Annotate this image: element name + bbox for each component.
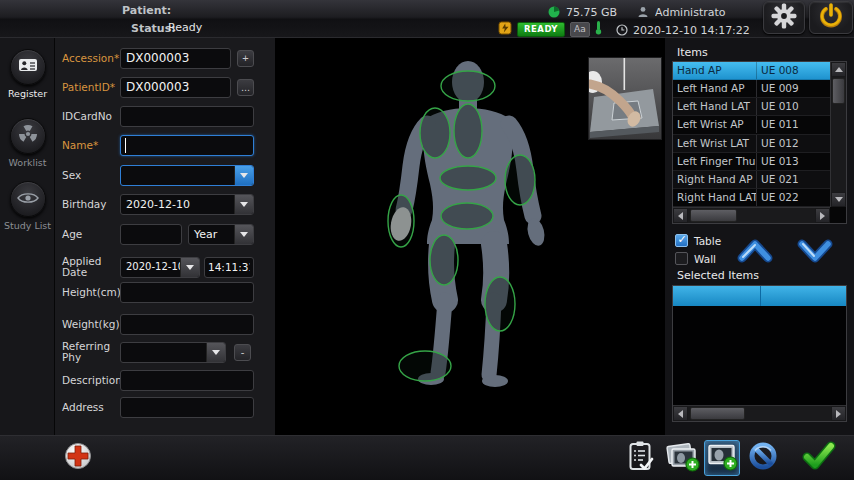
items-list-row[interactable]: Left Hand LAT UE 010 — [673, 98, 830, 116]
wall-checkbox-row[interactable]: Wall — [675, 252, 716, 265]
height-input[interactable] — [120, 282, 254, 303]
scroll-left-button[interactable] — [673, 406, 688, 421]
age-unit-select[interactable]: Year — [188, 224, 254, 245]
confirm-button[interactable] — [801, 440, 837, 476]
move-up-button[interactable] — [737, 238, 773, 268]
emergency-patient-button[interactable] — [60, 440, 96, 476]
selected-items-body[interactable] — [673, 306, 846, 405]
referring-phy-edit-button[interactable]: - — [234, 344, 251, 361]
region-right-shoulder[interactable] — [420, 108, 450, 158]
table-checkbox-row[interactable]: Table — [675, 234, 721, 247]
referring-phy-select[interactable] — [120, 342, 226, 363]
sidebar-item-register[interactable]: Register — [0, 49, 55, 99]
chevron-down-icon — [186, 265, 194, 270]
id-card-input[interactable] — [120, 106, 254, 127]
add-study-images-button[interactable] — [664, 440, 700, 476]
patient-label: Patient: — [122, 4, 171, 17]
photo-plus-icon — [706, 441, 738, 475]
app-window: Patient: Status: Ready 75.75 GB Administ… — [0, 0, 854, 480]
applied-date-select[interactable]: 2020-12-10 — [120, 257, 200, 278]
patient-id-browse-button[interactable]: ... — [237, 79, 254, 96]
items-horizontal-scrollbar[interactable] — [673, 207, 830, 223]
thermometer-icon — [595, 20, 602, 39]
move-down-button[interactable] — [797, 238, 833, 268]
weight-input[interactable] — [120, 314, 254, 335]
sex-select[interactable] — [120, 165, 254, 186]
wall-checkbox[interactable] — [675, 252, 688, 265]
items-list-rows: Hand AP UE 008 Left Hand AP UE 009 Left … — [673, 62, 830, 207]
applied-date-dropdown-button[interactable] — [180, 258, 199, 277]
scroll-left-button[interactable] — [673, 208, 688, 223]
age-input[interactable] — [120, 224, 182, 245]
body-part-selector — [275, 38, 665, 435]
sidebar-item-worklist[interactable]: Worklist — [0, 118, 55, 168]
region-right-thigh[interactable] — [430, 235, 458, 285]
selected-items-col1-header — [673, 286, 761, 306]
form-row-applied-date: Applied Date 2020-12-10 — [62, 256, 254, 278]
horizontal-scroll-thumb[interactable] — [690, 209, 737, 222]
triangle-left-icon — [678, 212, 683, 220]
item-code: UE 008 — [756, 62, 830, 79]
eye-icon — [17, 190, 39, 209]
items-list-row[interactable]: Right Hand LAT UE 022 — [673, 189, 830, 207]
height-label: Height(cm) — [62, 287, 120, 298]
study-details-button[interactable] — [622, 440, 658, 476]
form-row-id-card: IDCardNo — [62, 105, 254, 127]
ready-badge: READY — [517, 22, 565, 37]
age-unit-dropdown-button[interactable] — [234, 225, 253, 244]
item-name: Left Wrist LAT — [673, 135, 756, 152]
birthday-select[interactable]: 2020-12-10 — [120, 194, 254, 215]
region-head[interactable] — [441, 71, 495, 101]
items-list-row[interactable]: Right Hand AP UE 021 — [673, 171, 830, 189]
item-code: UE 010 — [756, 98, 830, 115]
power-button[interactable] — [809, 1, 853, 34]
region-abdomen[interactable] — [440, 166, 496, 190]
region-right-hand[interactable] — [388, 195, 414, 247]
items-list-row[interactable]: Left Wrist LAT UE 012 — [673, 135, 830, 153]
items-list-row[interactable]: Left Wrist AP UE 011 — [673, 116, 830, 134]
items-list-row[interactable]: Left Finger Thumb UE 013 — [673, 153, 830, 171]
region-left-knee[interactable] — [485, 277, 515, 331]
settings-button[interactable] — [763, 1, 805, 34]
scroll-right-button[interactable] — [815, 208, 830, 223]
name-input[interactable] — [120, 135, 254, 156]
address-input[interactable] — [120, 397, 254, 418]
add-image-button[interactable] — [704, 440, 740, 476]
items-list-row[interactable]: Left Hand AP UE 009 — [673, 80, 830, 98]
region-chest[interactable] — [454, 104, 482, 158]
accession-label: Accession* — [62, 53, 120, 64]
patient-id-input[interactable] — [120, 77, 231, 98]
scroll-up-button[interactable] — [831, 62, 846, 77]
sidebar-item-label: Worklist — [0, 157, 55, 168]
description-input[interactable] — [120, 370, 254, 391]
generator-icon — [498, 20, 512, 39]
cancel-button[interactable] — [745, 440, 781, 476]
triangle-right-icon — [836, 410, 841, 418]
table-checkbox[interactable] — [675, 234, 688, 247]
sex-dropdown-button[interactable] — [234, 166, 253, 185]
chevron-up-icon — [737, 249, 773, 268]
form-row-height: Height(cm) — [62, 281, 254, 303]
item-name: Left Hand LAT — [673, 98, 756, 115]
form-row-referring-phy: Referring Phy - — [62, 341, 254, 363]
scroll-down-button[interactable] — [831, 192, 846, 207]
device-status-row: READY Aa — [498, 20, 602, 39]
sidebar-item-study-list[interactable]: Study List — [0, 181, 55, 231]
vertical-scroll-thumb[interactable] — [832, 78, 845, 104]
accession-input[interactable] — [120, 48, 231, 69]
applied-time-input[interactable] — [204, 257, 254, 278]
birthday-dropdown-button[interactable] — [234, 195, 253, 214]
region-pelvis[interactable] — [441, 203, 493, 229]
form-row-address: Address — [62, 396, 254, 418]
items-vertical-scrollbar[interactable] — [830, 62, 846, 207]
horizontal-scroll-thumb[interactable] — [690, 407, 745, 420]
accession-add-button[interactable]: + — [237, 50, 254, 67]
scroll-right-button[interactable] — [831, 406, 846, 421]
item-code: UE 009 — [756, 80, 830, 97]
region-right-foot[interactable] — [399, 351, 451, 381]
selected-items-horizontal-scrollbar[interactable] — [673, 405, 846, 421]
referring-phy-dropdown-button[interactable] — [206, 343, 225, 362]
items-list: Hand AP UE 008 Left Hand AP UE 009 Left … — [672, 61, 847, 224]
items-list-row[interactable]: Hand AP UE 008 — [673, 62, 830, 80]
region-left-elbow[interactable] — [505, 155, 535, 205]
